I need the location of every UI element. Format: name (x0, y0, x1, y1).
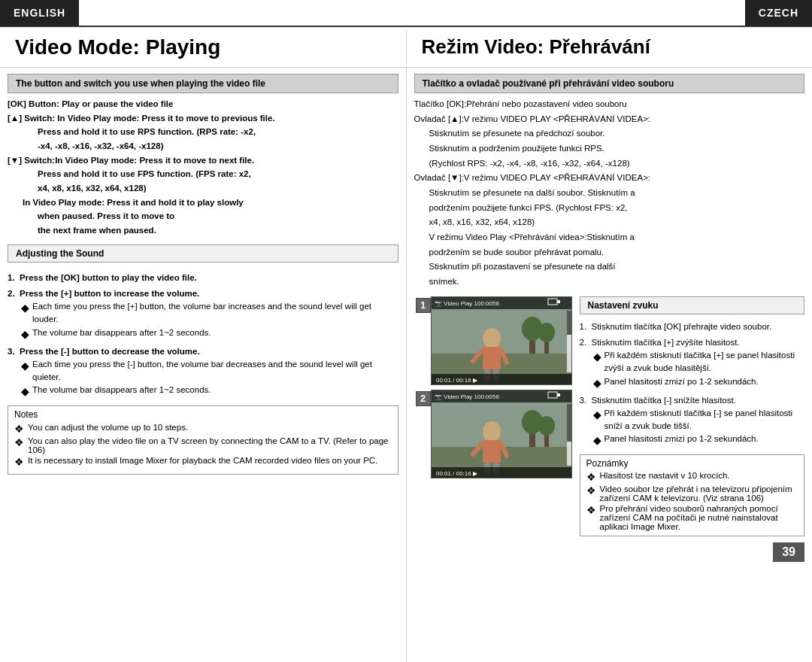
cz-note-2: ❖ Video soubor lze přehrát i na televizo… (586, 484, 798, 503)
eng-line-8: In Video Play mode: Press it and hold it… (8, 196, 398, 209)
eng-line-3: Press and hold it to use RPS function. (… (8, 126, 398, 138)
cz-step1: 1. Stisknutím tlačítka [OK] přehrajte vi… (580, 320, 805, 333)
video-1-svg: 📷 Video Play 100:0056 00:01 / 00:16 ▶ (432, 297, 572, 385)
cz-step3-bullets: ◆ Při každém stisknutí tlačítka [-] se p… (580, 407, 805, 449)
czech-button-header: Tlačítko a ovladač používané při přehráv… (414, 74, 805, 93)
screenshot-1-img: 📷 Video Play 100:0056 00:01 / 00:16 ▶ (431, 296, 572, 385)
cz-note-3: ❖ Pro přehrání video souborů nahraných p… (586, 504, 798, 531)
eng-step2: 2. Press the [+] button to increase the … (8, 287, 398, 300)
czech-steps-col: Nastavení zvuku 1. Stisknutím tlačítka [… (572, 292, 813, 662)
eng-step1: 1. Press the [OK] button to play the vid… (8, 272, 398, 284)
svg-text:00:01  / 00:16  ▶: 00:01 / 00:16 ▶ (436, 377, 478, 384)
screenshot-2-img: 📷 Video Play 100:0056 00:01 / 00:16 ▶ (431, 390, 572, 478)
cz-step3: 3. Stisknutím tlačítka [-] snížíte hlasi… (580, 394, 805, 407)
eng-line-10: the next frame when paused. (8, 224, 398, 237)
cz-line-10: V režimu Video Play <Přehrávání videa>:S… (414, 231, 805, 244)
left-panel: The button and switch you use when playi… (0, 68, 407, 662)
czech-notes-label: Poznámky (586, 458, 798, 469)
svg-point-22 (483, 421, 501, 442)
right-panel: Tlačítko a ovladač používané při přehráv… (407, 68, 813, 662)
cz-line-11: podržením se bude soubor přehrávat pomal… (414, 246, 805, 259)
svg-point-11 (538, 323, 555, 342)
notes-box: Notes ❖ You can adjust the volume up to … (8, 405, 398, 475)
header-spacer (79, 0, 745, 26)
eng-line-7: x4, x8, x16, x32, x64, x128) (8, 182, 398, 195)
screenshot-1-num: 1 (416, 298, 431, 313)
titles-row: Video Mode: Playing Režim Video: Přehráv… (0, 27, 812, 68)
svg-rect-15 (557, 300, 560, 303)
english-label: ENGLISH (14, 7, 65, 19)
english-button-header: The button and switch you use when playi… (8, 74, 398, 93)
eng-step2-bullets: ◆ Each time you press the [+] button, th… (8, 300, 398, 342)
english-title: Video Mode: Playing (0, 31, 407, 64)
cz-line-9: x4, x8, x16, x32, x64, x128) (414, 216, 805, 229)
note-2: ❖ You can also play the video file on a … (14, 436, 392, 454)
note-3: ❖ It is necessary to install Image Mixer… (14, 456, 392, 468)
eng-line-6: Press and hold it to use FPS function. (… (8, 168, 398, 181)
cz-step3-b2: ◆ Panel hlasitosti zmizí po 1-2 sekundác… (593, 433, 805, 448)
note-1: ❖ You can adjust the volume up to 10 ste… (14, 423, 392, 435)
cz-line-13: snímek. (414, 275, 805, 288)
cz-note-1: ❖ Hlasitost lze nastavit v 10 krocích. (586, 471, 798, 483)
svg-point-2 (483, 328, 501, 349)
adjusting-sound-header: Adjusting the Sound (8, 244, 398, 263)
cz-line-12: Stisknutím při pozastavení se přesunete … (414, 260, 805, 273)
cz-step2-bullets: ◆ Při každém stisknutí tlačítka [+] se p… (580, 349, 805, 391)
cz-line-1: Tlačítko [OK]:Přehrání nebo pozastavení … (414, 98, 805, 111)
czech-tab: CZECH (745, 0, 812, 26)
eng-line-5: [▼] Switch:In Video Play mode: Press it … (8, 154, 398, 167)
cz-line-2: Ovladač [▲]:V režimu VIDEO PLAY <PŘEHRÁV… (414, 113, 805, 126)
czech-notes-content: ❖ Hlasitost lze nastavit v 10 krocích. ❖… (586, 471, 798, 531)
eng-line-4: -x4, -x8, -x16, -x32, -x64, -x128) (8, 140, 398, 153)
cz-line-7: Stisknutím se přesunete na další soubor.… (414, 187, 805, 199)
eng-line-2: [▲] Switch: In Video Play mode: Press it… (8, 112, 398, 125)
eng-line-9: when paused. Press it to move to (8, 210, 398, 223)
svg-text:📷 Video Play  100:0056: 📷 Video Play 100:0056 (435, 393, 499, 400)
cz-line-8: podržením použijete funkci FPS. (Rychlos… (414, 202, 805, 214)
english-tab: ENGLISH (0, 0, 79, 26)
screenshot-1-row: 1 (416, 296, 572, 385)
cz-line-4: Stisknutím a podržením použijete funkci … (414, 142, 805, 155)
notes-content: ❖ You can adjust the volume up to 10 ste… (14, 421, 392, 471)
czech-adjusting-header: Nastavení zvuku (580, 296, 805, 314)
svg-text:📷 Video Play  100:0056: 📷 Video Play 100:0056 (435, 299, 499, 307)
cz-line-3: Stisknutím se přesunete na předchozí sou… (414, 127, 805, 140)
eng-step3: 3. Press the [-] button to decrease the … (8, 345, 398, 358)
eng-step2-b2: ◆ The volume bar disappears after 1~2 se… (21, 326, 398, 342)
svg-rect-23 (483, 440, 501, 463)
czech-notes-box: Poznámky ❖ Hlasitost lze nastavit v 10 k… (580, 454, 805, 536)
screenshot-2-row: 2 (416, 390, 572, 478)
header: ENGLISH CZECH (0, 0, 812, 27)
page-container: ENGLISH CZECH Video Mode: Playing Režim … (0, 0, 812, 662)
svg-rect-39 (567, 442, 572, 466)
svg-rect-19 (567, 335, 572, 372)
video-screenshots: 1 (407, 292, 572, 662)
english-steps: 1. Press the [OK] button to play the vid… (0, 266, 406, 403)
eng-step3-b1: ◆ Each time you press the [-] button, th… (21, 358, 398, 384)
cz-line-5: (Rychlost RPS: -x2, -x4, -x8, -x16, -x32… (414, 157, 805, 170)
svg-rect-35 (557, 393, 560, 396)
czech-button-instructions: Tlačítko [OK]:Přehrání nebo pozastavení … (407, 96, 813, 292)
cz-step3-b1: ◆ Při každém stisknutí tlačítka [-] se p… (593, 407, 805, 433)
page-number-badge: 39 (773, 542, 804, 562)
svg-text:00:01  / 00:16  ▶: 00:01 / 00:16 ▶ (436, 470, 478, 477)
cz-step2-b2: ◆ Panel hlasitosti zmizí po 1-2 sekundác… (593, 375, 805, 391)
czech-label: CZECH (759, 7, 798, 19)
screenshot-2-num: 2 (416, 391, 431, 406)
eng-line-1: [OK] Button: Play or pause the video fil… (8, 98, 398, 111)
english-button-instructions: [OK] Button: Play or pause the video fil… (0, 96, 406, 240)
eng-step2-b1: ◆ Each time you press the [+] button, th… (21, 300, 398, 326)
notes-label: Notes (14, 409, 392, 420)
bottom-section: 1 (407, 292, 813, 662)
eng-step3-bullets: ◆ Each time you press the [-] button, th… (8, 358, 398, 400)
svg-rect-3 (483, 347, 501, 369)
czech-title: Režim Video: Přehrávání (407, 31, 813, 63)
cz-step2: 2. Stisknutím tlačítka [+] zvýšíte hlasi… (580, 336, 805, 349)
page-number-row: 39 (572, 539, 813, 565)
czech-steps: 1. Stisknutím tlačítka [OK] přehrajte vi… (572, 317, 813, 452)
video-2-svg: 📷 Video Play 100:0056 00:01 / 00:16 ▶ (432, 390, 572, 478)
svg-point-31 (538, 416, 555, 436)
cz-line-6: Ovladač [▼]:V režimu VIDEO PLAY <PŘEHRÁV… (414, 172, 805, 184)
cz-step2-b1: ◆ Při každém stisknutí tlačítka [+] se p… (593, 349, 805, 375)
eng-step3-b2: ◆ The volume bar disappears after 1~2 se… (21, 384, 398, 399)
